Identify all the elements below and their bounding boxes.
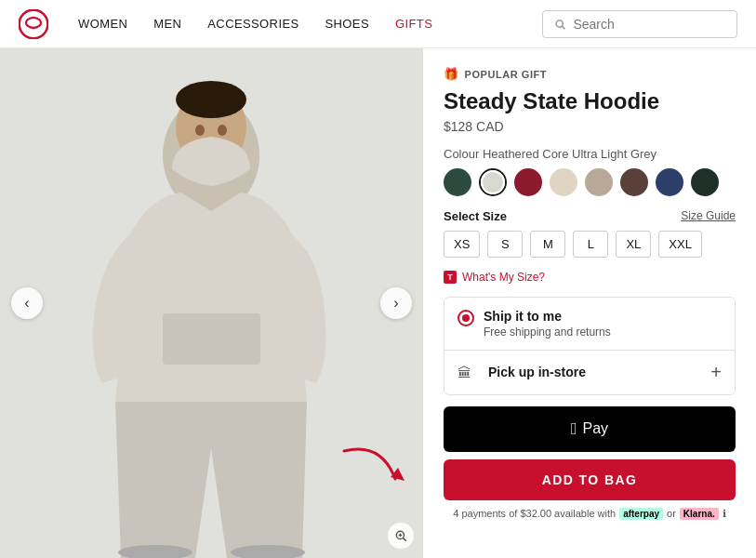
main-content: ‹ › 🎁 POPULAR GIFT Steady State Hoodie $… — [0, 48, 756, 558]
whats-my-size-label: What's My Size? — [462, 271, 545, 284]
colour-swatches — [444, 168, 736, 196]
arrow-indicator — [335, 432, 409, 507]
next-image-button[interactable]: › — [380, 287, 412, 319]
colour-swatch-dark-brown[interactable] — [620, 168, 648, 196]
colour-swatch-dark-green[interactable] — [444, 168, 471, 196]
nav-links: WOMEN MEN ACCESSORIES SHOES GIFTS — [78, 17, 432, 31]
nav-shoes[interactable]: SHOES — [325, 17, 369, 31]
klarna-badge: Klarna. — [680, 508, 719, 520]
afterpay-text: 4 payments of $32.00 available with — [453, 508, 616, 519]
ship-row: Ship it to me Free shipping and returns — [458, 309, 722, 339]
ship-to-me-option[interactable]: Ship it to me Free shipping and returns — [444, 298, 735, 350]
pickup-expand-icon[interactable]: + — [710, 362, 722, 383]
ship-radio[interactable] — [458, 310, 474, 326]
size-buttons: XS S M L XL XXL — [444, 231, 736, 258]
size-m[interactable]: M — [530, 231, 565, 258]
size-s[interactable]: S — [487, 231, 523, 258]
svg-point-7 — [195, 125, 205, 136]
pickup-row: 🏛 Pick up in-store + — [458, 362, 722, 383]
colour-swatch-light-beige[interactable] — [550, 168, 577, 196]
product-title: Steady State Hoodie — [444, 88, 736, 115]
svg-point-6 — [176, 81, 246, 118]
nav-men[interactable]: MEN — [153, 17, 181, 31]
info-icon[interactable]: ℹ — [723, 508, 726, 520]
svg-line-14 — [404, 538, 406, 541]
wms-icon: T — [444, 271, 457, 284]
store-icon: 🏛 — [458, 365, 471, 380]
search-icon — [554, 18, 565, 31]
product-price: $128 CAD — [444, 119, 736, 134]
size-xl[interactable]: XL — [616, 231, 651, 258]
navigation: WOMEN MEN ACCESSORIES SHOES GIFTS — [0, 0, 756, 48]
zoom-icon — [394, 529, 407, 542]
popular-gift-label: POPULAR GIFT — [465, 69, 548, 80]
popular-gift-badge: 🎁 POPULAR GIFT — [444, 67, 736, 81]
svg-point-0 — [20, 9, 48, 38]
search-bar[interactable] — [542, 10, 737, 38]
zoom-button[interactable] — [388, 523, 414, 549]
apple-pay-label: Pay — [583, 420, 609, 437]
add-to-bag-button[interactable]: ADD TO BAG — [444, 459, 736, 500]
whats-my-size-link[interactable]: T What's My Size? — [444, 271, 736, 284]
colour-swatch-dark-forest[interactable] — [691, 168, 719, 196]
ship-title: Ship it to me — [484, 309, 722, 324]
apple-pay-button[interactable]:  Pay — [444, 406, 736, 452]
svg-point-8 — [218, 125, 227, 136]
colour-swatch-taupe[interactable] — [585, 168, 613, 196]
svg-rect-9 — [163, 313, 260, 365]
ship-subtitle: Free shipping and returns — [484, 326, 722, 339]
product-details: 🎁 POPULAR GIFT Steady State Hoodie $128 … — [423, 48, 756, 558]
size-guide-link[interactable]: Size Guide — [681, 209, 736, 222]
nav-gifts[interactable]: GIFTS — [395, 17, 432, 31]
ship-content: Ship it to me Free shipping and returns — [484, 309, 722, 339]
search-input[interactable] — [573, 17, 725, 32]
colour-section: Colour Heathered Core Ultra Light Grey — [444, 147, 736, 196]
pickup-option[interactable]: 🏛 Pick up in-store + — [444, 350, 735, 394]
svg-line-2 — [563, 26, 565, 29]
size-section: Select Size Size Guide XS S M L XL XXL — [444, 209, 736, 258]
colour-swatch-navy[interactable] — [656, 168, 683, 196]
apple-icon:  — [571, 419, 577, 439]
delivery-section: Ship it to me Free shipping and returns … — [444, 297, 736, 395]
size-header: Select Size Size Guide — [444, 209, 736, 223]
prev-image-button[interactable]: ‹ — [11, 287, 43, 319]
size-l[interactable]: L — [573, 231, 608, 258]
afterpay-or: or — [667, 508, 676, 519]
lululemon-logo[interactable] — [19, 9, 48, 39]
nav-women[interactable]: WOMEN — [78, 17, 127, 31]
size-xs[interactable]: XS — [444, 231, 480, 258]
size-xxl[interactable]: XXL — [658, 231, 702, 258]
colour-value: Heathered Core Ultra Light Grey — [483, 147, 657, 161]
product-image-section: ‹ › — [0, 48, 423, 558]
afterpay-badge: afterpay — [619, 508, 663, 520]
afterpay-klarna-line: 4 payments of $32.00 available with afte… — [444, 508, 736, 520]
nav-accessories[interactable]: ACCESSORIES — [207, 17, 298, 31]
gift-icon: 🎁 — [444, 67, 459, 81]
colour-swatch-dark-red[interactable] — [514, 168, 542, 196]
size-label: Select Size — [444, 209, 507, 223]
colour-swatch-light-grey[interactable] — [479, 168, 507, 196]
colour-label: Colour Heathered Core Ultra Light Grey — [444, 147, 736, 161]
svg-point-1 — [556, 20, 563, 26]
pickup-title: Pick up in-store — [488, 365, 586, 379]
